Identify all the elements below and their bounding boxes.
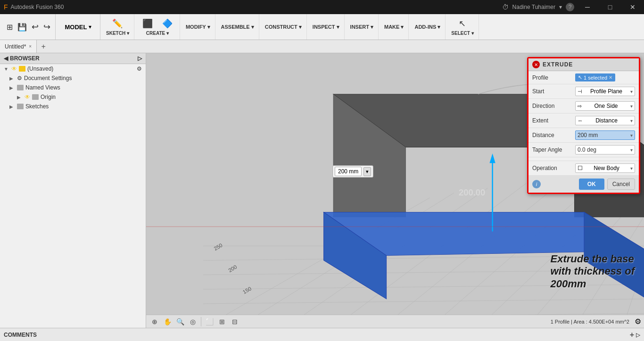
extrude-taper-input[interactable]: 0.0 deg ▾ [575, 145, 635, 154]
ok-button[interactable]: OK [579, 179, 604, 190]
extrude-start-dropdown[interactable]: ⊣ Profile Plane ▾ [575, 87, 635, 96]
construct-dropdown[interactable]: CONSTRUCT ▾ [263, 15, 304, 39]
direction-value-text: One Side [594, 103, 618, 109]
create-box-button[interactable]: ⬛ [138, 17, 157, 30]
extrude-header: ✕ EXTRUDE [528, 58, 639, 71]
browser-root-item[interactable]: ▼ 👁 (Unsaved) ⚙ [0, 64, 146, 73]
folder-named-icon [17, 85, 24, 90]
addins-group: ADD-INS ▾ [410, 14, 446, 40]
profile-selected-badge[interactable]: ↖ 1 selected ✕ [575, 73, 615, 81]
cancel-button[interactable]: Cancel [607, 179, 635, 190]
settings-gear-icon[interactable]: ⚙ [635, 317, 641, 326]
mode-selector[interactable]: MODEL ▾ [59, 23, 97, 32]
grid-button[interactable]: ⊞ [5, 22, 15, 32]
history-icon[interactable]: ⏱ [502, 3, 509, 11]
comments-bar: COMMENTS + ▷ [0, 328, 644, 341]
direction-dropdown-arrow: ▾ [630, 104, 633, 109]
minimize-button[interactable]: ─ [578, 0, 597, 14]
root-arrow-icon: ▼ [4, 66, 9, 72]
distance-measurement-popup[interactable]: 200 mm ▾ [332, 165, 373, 178]
addins-label: ADD-INS ▾ [414, 24, 440, 30]
comments-label: COMMENTS [4, 332, 37, 338]
mode-arrow: ▾ [89, 24, 91, 30]
browser-origin[interactable]: ▶ 👁 Origin [0, 92, 146, 102]
settings-icon[interactable]: ⚙ [137, 65, 142, 72]
browser-expand-icon[interactable]: ▷ [138, 55, 142, 62]
folder-sketches-icon [17, 104, 24, 109]
comments-add-button[interactable]: + [630, 331, 634, 339]
zoom-button[interactable]: 🔍 [174, 316, 186, 327]
orbit-button[interactable]: ⊕ [149, 316, 160, 327]
select-dropdown[interactable]: SELECT ▾ [449, 30, 475, 37]
make-group: MAKE ▾ [380, 14, 409, 40]
active-tab[interactable]: Untitled* × [0, 40, 37, 53]
assemble-group: ASSEMBLE ▾ [216, 14, 259, 40]
fit-button[interactable]: ◎ [187, 316, 198, 327]
save-button[interactable]: 💾 [16, 22, 29, 32]
extrude-distance-value: 200 mm ▾ [575, 130, 635, 140]
extrude-extent-dropdown[interactable]: ↔ Distance ▾ [575, 116, 635, 125]
select-label: SELECT ▾ [451, 31, 473, 36]
extrude-extent-value: ↔ Distance ▾ [575, 116, 635, 125]
browser-collapse-icon[interactable]: ◀ [4, 55, 8, 62]
redo-button[interactable]: ↪ [41, 21, 52, 33]
profile-select-icon: ↖ [578, 74, 582, 81]
app-title: Autodesk Fusion 360 [11, 4, 64, 10]
titlebar-left: F Autodesk Fusion 360 [0, 3, 64, 11]
extrude-start-row: Start ⊣ Profile Plane ▾ [528, 84, 639, 99]
browser-named-views[interactable]: ▶ Named Views [0, 83, 146, 92]
start-dropdown-arrow: ▾ [630, 89, 633, 94]
extrude-spacer [528, 157, 639, 161]
sketch-icon: ✏️ [112, 18, 123, 29]
new-tab-button[interactable]: + [37, 40, 50, 53]
extrude-taper-label: Taper Angle [532, 146, 572, 153]
distance-confirm-button[interactable]: ▾ [363, 167, 371, 176]
pan-button[interactable]: ✋ [162, 316, 173, 327]
addins-dropdown[interactable]: ADD-INS ▾ [413, 15, 442, 39]
extrude-distance-label: Distance [532, 132, 572, 138]
view-options-button[interactable]: ⊟ [229, 316, 240, 327]
create-group: ⬛ 🔷 CREATE ▾ [135, 14, 180, 40]
eye-icon[interactable]: 👁 [11, 65, 17, 72]
status-text: 1 Profile | Area : 4.500E+04 mm^2 [551, 319, 629, 325]
info-button[interactable]: i [532, 180, 541, 188]
inspect-dropdown[interactable]: INSPECT ▾ [311, 15, 341, 39]
eye-origin-icon[interactable]: 👁 [25, 94, 30, 100]
create-more-button[interactable]: 🔷 [158, 17, 177, 30]
canvas[interactable]: 250 200 150 150 50 150 50 [146, 53, 644, 328]
select-button[interactable]: ↖ [453, 17, 472, 30]
extrude-profile-value: ↖ 1 selected ✕ [575, 73, 635, 81]
extrude-operation-dropdown[interactable]: ☐ New Body ▾ [575, 163, 635, 173]
help-icon[interactable]: ? [566, 3, 574, 11]
make-dropdown[interactable]: MAKE ▾ [382, 15, 405, 39]
insert-dropdown[interactable]: INSERT ▾ [348, 15, 375, 39]
extrude-distance-input[interactable]: 200 mm ▾ [575, 130, 635, 140]
extrude-close-button[interactable]: ✕ [532, 61, 540, 68]
extrude-header-left: ✕ EXTRUDE [532, 61, 573, 68]
comments-collapse-icon[interactable]: ▷ [636, 332, 640, 338]
browser-sketches[interactable]: ▶ Sketches [0, 102, 146, 111]
browser-unsaved-label: (Unsaved) [27, 65, 53, 72]
assemble-dropdown[interactable]: ASSEMBLE ▾ [219, 15, 256, 39]
select-group: ↖ SELECT ▾ [446, 14, 479, 40]
extrude-direction-dropdown[interactable]: ⇨ One Side ▾ [575, 101, 635, 111]
sketch-main-button[interactable]: ✏️ [108, 17, 127, 30]
tabbar: Untitled* × + [0, 40, 644, 53]
start-icon: ⊣ [578, 89, 582, 95]
modify-dropdown[interactable]: MODIFY ▾ [184, 15, 212, 39]
create-dropdown[interactable]: CREATE ▾ [144, 30, 171, 37]
grid-toggle-button[interactable]: ⊞ [216, 316, 228, 327]
profile-selected-count: 1 selected [584, 75, 607, 81]
maximize-button[interactable]: □ [601, 0, 619, 14]
box-icon: ⬛ [142, 18, 153, 29]
user-dropdown-icon[interactable]: ▾ [559, 4, 562, 10]
tab-close-button[interactable]: × [29, 44, 32, 49]
user-label[interactable]: Nadine Tuhaimer [512, 4, 555, 10]
annotation-line1: Extrude the base [551, 253, 635, 265]
undo-button[interactable]: ↩ [30, 21, 41, 33]
sketch-dropdown[interactable]: SKETCH ▾ [104, 30, 131, 37]
close-button[interactable]: ✕ [623, 0, 642, 14]
profile-clear-button[interactable]: ✕ [609, 75, 612, 80]
browser-doc-settings[interactable]: ▶ ⚙ Document Settings [0, 73, 146, 83]
display-mode-button[interactable]: ⬜ [204, 316, 215, 327]
